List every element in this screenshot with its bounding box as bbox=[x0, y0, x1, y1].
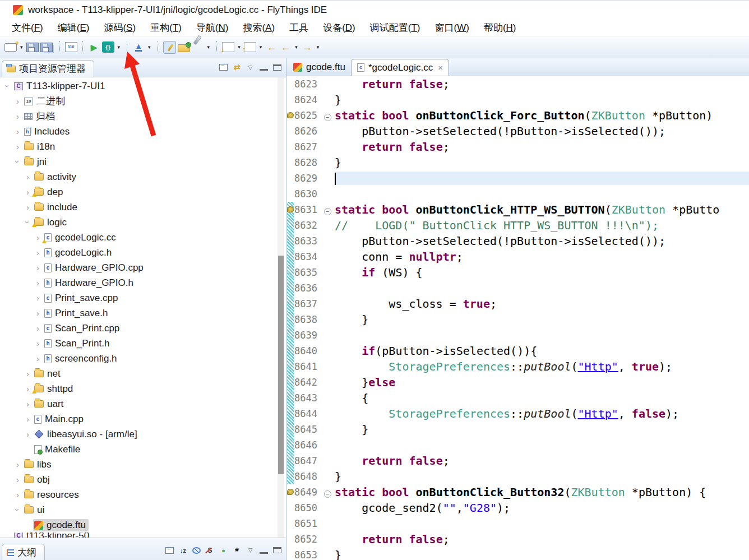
back-icon[interactable]: ← bbox=[279, 40, 292, 54]
braces-build-icon[interactable]: {} bbox=[102, 41, 114, 53]
import-icon[interactable]: ↓ bbox=[222, 42, 234, 52]
back-dropdown-caret-icon[interactable]: ▾ bbox=[293, 44, 299, 50]
tree-item-include[interactable]: ›include bbox=[0, 200, 286, 215]
tree-item-二进制[interactable]: ›10二进制 bbox=[0, 94, 286, 109]
fold-collapse-icon[interactable]: − bbox=[324, 208, 331, 215]
tree-item-jni[interactable]: ›jni bbox=[0, 154, 286, 169]
tree-item-Hardware_GPIO.h[interactable]: ›hHardware_GPIO.h bbox=[0, 275, 286, 290]
tree-expander-icon[interactable]: › bbox=[24, 187, 32, 197]
code-line-text[interactable]: static bool onButtonClick_Forc_Button(ZK… bbox=[335, 109, 749, 122]
code-line-text[interactable]: } bbox=[335, 313, 749, 326]
code-line-text[interactable]: static bool onButtonClick_Button32(ZKBut… bbox=[335, 485, 749, 499]
tree-item-归档[interactable]: ›归档 bbox=[0, 109, 286, 124]
hide-non-public-icon[interactable]: ● bbox=[219, 546, 228, 555]
compile-dropdown-caret-icon[interactable]: ▾ bbox=[146, 44, 152, 50]
tree-item-shttpd[interactable]: ›shttpd bbox=[0, 381, 286, 396]
menu-item-重构(T)[interactable]: 重构(T) bbox=[143, 20, 189, 36]
tree-item-activity[interactable]: ›activity bbox=[0, 169, 286, 184]
open-resource-icon[interactable] bbox=[178, 44, 190, 52]
editor-tab-*gcodeLogic.cc[interactable]: c*gcodeLogic.cc× bbox=[351, 59, 449, 76]
menu-item-调试配置(T)[interactable]: 调试配置(T) bbox=[363, 20, 428, 36]
tree-item-logic[interactable]: ›logic bbox=[0, 215, 286, 230]
maximize-icon[interactable] bbox=[273, 64, 281, 71]
tree-item-Includes[interactable]: ›hIncludes bbox=[0, 124, 286, 139]
editor-tab-gcode.ftu[interactable]: gcode.ftu bbox=[288, 59, 351, 76]
tree-item-uart[interactable]: ›uart bbox=[0, 396, 286, 411]
tree-expander-icon[interactable]: › bbox=[13, 490, 22, 499]
tree-item-Scan_Print.cpp[interactable]: ›cScan_Print.cpp bbox=[0, 321, 286, 336]
tree-item-dep[interactable]: ›dep bbox=[0, 184, 286, 200]
view-menu-icon[interactable]: ▽ bbox=[246, 546, 255, 555]
tree-item-obj[interactable]: ›obj bbox=[0, 472, 286, 487]
tree-expander-icon[interactable]: › bbox=[34, 308, 42, 318]
tree-expander-icon[interactable]: › bbox=[34, 323, 42, 333]
code-line-text[interactable]: static bool onButtonClick_HTTP_WS_BUTTON… bbox=[335, 203, 749, 216]
tree-item-libeasyui.so - [arm/le][interactable]: ›libeasyui.so - [arm/le] bbox=[0, 427, 286, 442]
tree-item-Makefile[interactable]: Makefile bbox=[0, 442, 286, 457]
collapse-all-icon[interactable] bbox=[165, 547, 174, 554]
tree-expander-icon[interactable]: › bbox=[24, 172, 32, 182]
code-line-text[interactable]: // LOGD(" ButtonClick HTTP_WS_BUTTON !!!… bbox=[335, 219, 749, 232]
code-line-text[interactable]: pButton->setSelected(!pButton->isSelecte… bbox=[335, 234, 749, 248]
menu-item-源码(S)[interactable]: 源码(S) bbox=[96, 20, 143, 36]
code-line-text[interactable]: } bbox=[335, 548, 749, 560]
code-line-text[interactable]: gcode_send2("","G28"); bbox=[335, 501, 749, 515]
new-dropdown-caret-icon[interactable]: ▾ bbox=[19, 44, 25, 50]
tree-expander-icon[interactable]: › bbox=[13, 142, 22, 151]
save-all-icon[interactable] bbox=[40, 43, 53, 52]
tree-expander-icon[interactable]: › bbox=[34, 278, 42, 288]
fold-collapse-icon[interactable]: − bbox=[324, 490, 331, 498]
new-wizard-icon[interactable] bbox=[4, 43, 17, 52]
tree-expander-icon[interactable]: › bbox=[34, 233, 42, 242]
tree-expander-icon[interactable]: › bbox=[13, 460, 22, 469]
collapse-all-icon[interactable] bbox=[219, 64, 228, 71]
tree-item-Scan_Print.h[interactable]: ›hScan_Print.h bbox=[0, 336, 286, 351]
tree-item-gcodeLogic.cc[interactable]: ›cgcodeLogic.cc bbox=[0, 230, 286, 245]
tree-expander-icon[interactable]: › bbox=[24, 399, 32, 409]
hide-static-members-icon[interactable]: S bbox=[206, 546, 214, 555]
code-line-text[interactable]: StoragePreferences::putBool("Http", true… bbox=[335, 360, 749, 373]
menu-item-导航(N)[interactable]: 导航(N) bbox=[189, 20, 236, 36]
tree-item-screenconfig.h[interactable]: ›hscreenconfig.h bbox=[0, 351, 286, 366]
tree-expander-icon[interactable]: › bbox=[24, 202, 32, 212]
menu-item-设备(D)[interactable]: 设备(D) bbox=[316, 20, 363, 36]
code-line-text[interactable]: return false; bbox=[335, 454, 749, 468]
tree-item-net[interactable]: ›net bbox=[0, 366, 286, 381]
code-line-text[interactable]: ws_closs = true; bbox=[335, 297, 749, 311]
tree-expander-icon[interactable]: › bbox=[34, 354, 42, 363]
maximize-icon[interactable] bbox=[273, 547, 281, 553]
tree-item-gcode.ftu[interactable]: gcode.ftu bbox=[0, 517, 286, 533]
code-line-text[interactable]: } bbox=[335, 470, 749, 483]
forward-icon[interactable]: → bbox=[301, 40, 313, 54]
code-line-text[interactable]: }else bbox=[335, 376, 749, 389]
tree-expander-icon[interactable]: › bbox=[24, 384, 32, 394]
tree-expander-icon[interactable]: › bbox=[23, 218, 33, 226]
import-dropdown-caret-icon[interactable]: ▾ bbox=[236, 44, 242, 50]
binary-file-icon[interactable]: 010 bbox=[65, 42, 77, 52]
scrollbar-thumb[interactable] bbox=[278, 256, 284, 474]
export-icon[interactable]: ↑ bbox=[244, 42, 256, 52]
code-line-text[interactable]: return false; bbox=[335, 77, 749, 91]
view-menu-icon[interactable]: ▽ bbox=[246, 63, 255, 72]
code-line-text[interactable]: conn = nullptr; bbox=[335, 250, 749, 263]
link-with-editor-icon[interactable]: ⇄ bbox=[233, 63, 241, 72]
code-line-text[interactable]: return false; bbox=[335, 140, 749, 154]
tree-expander-icon[interactable]: › bbox=[13, 506, 22, 514]
code-line-text[interactable]: if(pButton->isSelected()){ bbox=[335, 344, 749, 358]
tree-expander-icon[interactable]: › bbox=[13, 158, 22, 166]
code-line-text[interactable]: } bbox=[335, 423, 749, 436]
tab-close-icon[interactable]: × bbox=[438, 64, 443, 71]
menu-item-帮助(H)[interactable]: 帮助(H) bbox=[477, 20, 524, 36]
tree-expander-icon[interactable]: › bbox=[3, 82, 12, 90]
menu-item-搜索(A)[interactable]: 搜索(A) bbox=[235, 20, 282, 36]
tree-item-i18n[interactable]: ›i18n bbox=[0, 139, 286, 154]
tree-expander-icon[interactable]: › bbox=[24, 429, 32, 439]
tree-item-gcodeLogic.h[interactable]: ›hgcodeLogic.h bbox=[0, 245, 286, 260]
tab-project-explorer[interactable]: 项目资源管理器 bbox=[2, 60, 94, 77]
run-icon[interactable]: ▶ bbox=[88, 40, 100, 54]
braces-dropdown-caret-icon[interactable]: ▾ bbox=[116, 44, 122, 50]
minimize-icon[interactable] bbox=[260, 552, 268, 554]
hide-fields-icon[interactable] bbox=[192, 547, 201, 554]
code-line-text[interactable]: { bbox=[335, 391, 749, 405]
code-line-text[interactable]: } bbox=[335, 156, 749, 169]
